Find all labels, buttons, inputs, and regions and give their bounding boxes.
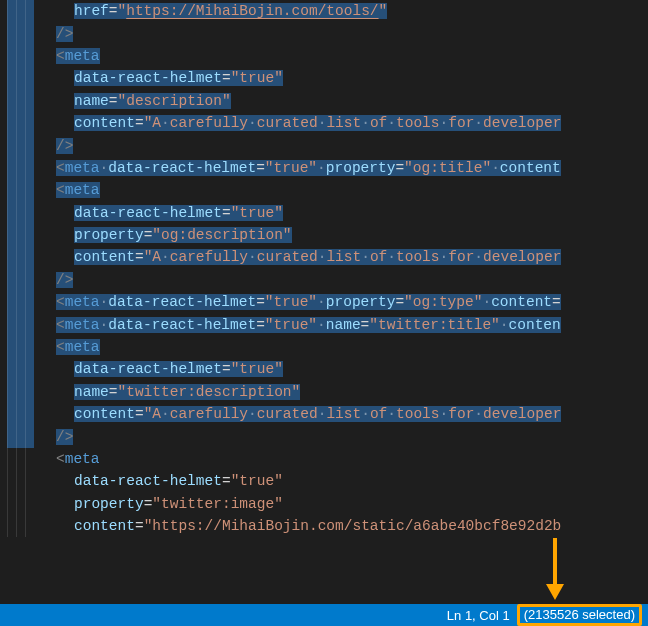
code-tokens: href="https://MihaiBojin.com/tools/" [34,0,387,22]
code-tokens: data-react-helmet="true" [34,202,283,224]
code-tokens: content="A·carefully·curated·list·of·too… [34,112,561,134]
indent-guides [0,336,34,358]
code-line[interactable]: <meta [0,448,648,470]
indent-guides [0,0,34,22]
indent-guides [0,246,34,268]
indent-guides [0,403,34,425]
indent-guides [0,269,34,291]
indent-guides [0,313,34,335]
code-tokens: data-react-helmet="true" [34,358,283,380]
code-line[interactable]: <meta [0,45,648,67]
code-line[interactable]: href="https://MihaiBojin.com/tools/" [0,0,648,22]
indent-guides [0,224,34,246]
code-tokens: /> [34,269,73,291]
code-line[interactable]: data-react-helmet="true" [0,67,648,89]
code-tokens: data-react-helmet="true" [34,470,283,492]
indent-guides [0,425,34,447]
code-line[interactable]: data-react-helmet="true" [0,358,648,380]
code-tokens: /> [34,134,73,156]
selection-count[interactable]: (2135526 selected) [517,604,642,626]
code-tokens: <meta·data-react-helmet="true"·property=… [34,157,561,179]
indent-guides [0,157,34,179]
code-line[interactable]: /> [0,134,648,156]
code-tokens: <meta [34,336,100,358]
indent-guides [0,358,34,380]
indent-guides [0,291,34,313]
code-line[interactable]: property="twitter:image" [0,493,648,515]
code-tokens: name="description" [34,90,231,112]
code-line[interactable]: /> [0,269,648,291]
code-tokens: <meta [34,448,100,470]
code-editor[interactable]: href="https://MihaiBojin.com/tools/"/><m… [0,0,648,604]
indent-guides [0,470,34,492]
status-bar: Ln 1, Col 1 (2135526 selected) [0,604,648,626]
code-tokens: <meta·data-react-helmet="true"·name="twi… [34,313,561,335]
code-line[interactable]: content="https://MihaiBojin.com/static/a… [0,515,648,537]
code-line[interactable]: data-react-helmet="true" [0,470,648,492]
indent-guides [0,45,34,67]
code-line[interactable]: data-react-helmet="true" [0,202,648,224]
indent-guides [0,202,34,224]
code-line[interactable]: <meta·data-react-helmet="true"·property=… [0,291,648,313]
code-tokens: content="A·carefully·curated·list·of·too… [34,403,561,425]
code-tokens: data-react-helmet="true" [34,67,283,89]
indent-guides [0,381,34,403]
code-line[interactable]: <meta [0,179,648,201]
code-line[interactable]: property="og:description" [0,224,648,246]
code-line[interactable]: name="twitter:description" [0,381,648,403]
code-line[interactable]: <meta·data-react-helmet="true"·property=… [0,157,648,179]
indent-guides [0,112,34,134]
code-tokens: <meta [34,45,100,67]
indent-guides [0,67,34,89]
code-tokens: content="https://MihaiBojin.com/static/a… [34,515,561,537]
code-tokens: <meta [34,179,100,201]
code-tokens: /> [34,22,73,44]
code-line[interactable]: <meta [0,336,648,358]
code-line[interactable]: content="A·carefully·curated·list·of·too… [0,403,648,425]
code-line[interactable]: /> [0,22,648,44]
indent-guides [0,493,34,515]
indent-guides [0,515,34,537]
code-line[interactable]: content="A·carefully·curated·list·of·too… [0,112,648,134]
code-line[interactable]: content="A·carefully·curated·list·of·too… [0,246,648,268]
indent-guides [0,134,34,156]
code-tokens: name="twitter:description" [34,381,300,403]
cursor-position[interactable]: Ln 1, Col 1 [442,608,515,623]
code-line[interactable]: /> [0,425,648,447]
indent-guides [0,179,34,201]
indent-guides [0,90,34,112]
code-tokens: property="twitter:image" [34,493,283,515]
code-line[interactable]: <meta·data-react-helmet="true"·name="twi… [0,313,648,335]
code-tokens: property="og:description" [34,224,292,246]
indent-guides [0,448,34,470]
code-line[interactable]: name="description" [0,90,648,112]
code-tokens: <meta·data-react-helmet="true"·property=… [34,291,561,313]
indent-guides [0,22,34,44]
code-tokens: content="A·carefully·curated·list·of·too… [34,246,561,268]
code-tokens: /> [34,425,73,447]
